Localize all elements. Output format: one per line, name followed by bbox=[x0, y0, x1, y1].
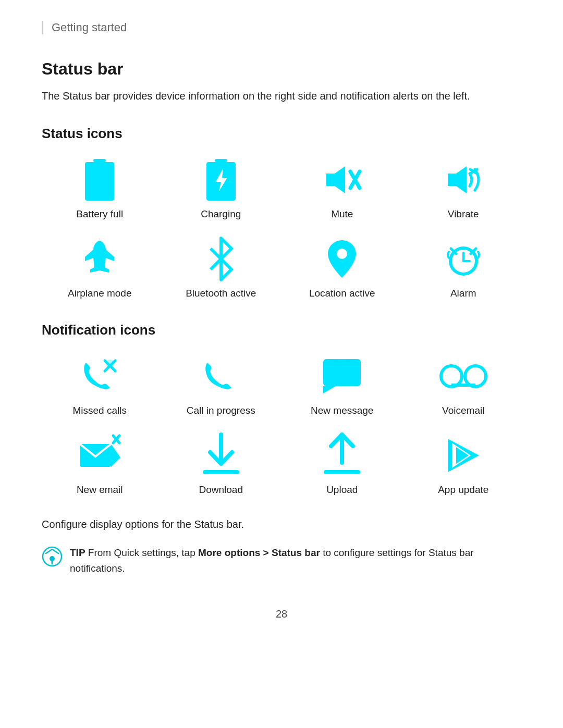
download-label: Download bbox=[199, 484, 243, 496]
charging-label: Charging bbox=[201, 208, 241, 220]
icon-download: Download bbox=[163, 432, 279, 496]
alarm-label: Alarm bbox=[450, 288, 476, 299]
new-message-icon bbox=[319, 353, 365, 400]
tip-bold: More options > Status bar bbox=[198, 547, 320, 558]
tip-icon bbox=[42, 546, 63, 567]
download-icon bbox=[198, 432, 244, 479]
location-icon bbox=[319, 236, 365, 282]
voicemail-label: Voicemail bbox=[442, 405, 484, 416]
svg-marker-5 bbox=[326, 166, 345, 193]
section-description: The Status bar provides device informati… bbox=[42, 88, 521, 104]
bluetooth-icon bbox=[198, 236, 244, 282]
alarm-icon bbox=[440, 236, 487, 282]
icon-new-email: New email bbox=[42, 432, 158, 496]
configure-text: Configure display options for the Status… bbox=[42, 519, 521, 530]
svg-line-38 bbox=[46, 549, 52, 553]
missed-calls-icon bbox=[76, 353, 123, 400]
icon-mute: Mute bbox=[284, 156, 400, 220]
svg-marker-27 bbox=[111, 444, 120, 467]
status-icons-heading: Status icons bbox=[42, 126, 521, 142]
breadcrumb: Getting started bbox=[42, 21, 521, 34]
notification-icons-grid: Missed calls Call in progress New messag… bbox=[42, 353, 521, 496]
svg-rect-2 bbox=[215, 159, 227, 162]
app-update-icon bbox=[440, 432, 487, 479]
new-message-label: New message bbox=[311, 405, 373, 416]
icon-upload: Upload bbox=[284, 432, 400, 496]
svg-marker-22 bbox=[323, 386, 336, 393]
vibrate-icon bbox=[440, 156, 487, 203]
icon-charging: Charging bbox=[163, 156, 279, 220]
airplane-icon bbox=[76, 236, 123, 282]
location-label: Location active bbox=[309, 288, 375, 299]
mute-label: Mute bbox=[331, 208, 353, 220]
new-email-label: New email bbox=[77, 484, 123, 496]
page-number: 28 bbox=[42, 608, 521, 620]
tip-prefix: TIP bbox=[70, 547, 85, 558]
charging-icon bbox=[198, 156, 244, 203]
icon-vibrate: Vibrate bbox=[406, 156, 522, 220]
call-progress-icon bbox=[198, 353, 244, 400]
page-title: Status bar bbox=[42, 59, 521, 79]
new-email-icon bbox=[76, 432, 123, 479]
icon-voicemail: Voicemail bbox=[406, 353, 522, 416]
app-update-label: App update bbox=[438, 484, 488, 496]
notification-icons-heading: Notification icons bbox=[42, 322, 521, 338]
svg-point-20 bbox=[106, 360, 114, 368]
icon-location: Location active bbox=[284, 236, 400, 299]
icon-battery-full: Battery full bbox=[42, 156, 158, 220]
upload-label: Upload bbox=[326, 484, 358, 496]
svg-rect-25 bbox=[451, 384, 475, 387]
battery-full-label: Battery full bbox=[76, 208, 123, 220]
svg-rect-21 bbox=[323, 359, 361, 386]
voicemail-icon bbox=[440, 353, 487, 400]
icon-missed-calls: Missed calls bbox=[42, 353, 158, 416]
svg-point-11 bbox=[337, 249, 347, 259]
icon-bluetooth: Bluetooth active bbox=[163, 236, 279, 299]
svg-rect-1 bbox=[85, 162, 114, 201]
icon-alarm: Alarm bbox=[406, 236, 522, 299]
tip-box: TIP From Quick settings, tap More option… bbox=[42, 545, 521, 577]
svg-rect-0 bbox=[93, 159, 106, 162]
icon-new-message: New message bbox=[284, 353, 400, 416]
vibrate-label: Vibrate bbox=[448, 208, 479, 220]
battery-full-icon bbox=[76, 156, 123, 203]
status-icons-grid: Battery full Charging Mute bbox=[42, 156, 521, 299]
svg-line-39 bbox=[52, 549, 58, 553]
icon-airplane: Airplane mode bbox=[42, 236, 158, 299]
tip-text: TIP From Quick settings, tap More option… bbox=[70, 545, 521, 577]
svg-marker-8 bbox=[448, 166, 467, 193]
call-progress-label: Call in progress bbox=[187, 405, 255, 416]
bluetooth-label: Bluetooth active bbox=[186, 288, 256, 299]
mute-icon bbox=[319, 156, 365, 203]
icon-call-progress: Call in progress bbox=[163, 353, 279, 416]
airplane-label: Airplane mode bbox=[68, 288, 132, 299]
icon-app-update: App update bbox=[406, 432, 522, 496]
missed-calls-label: Missed calls bbox=[73, 405, 127, 416]
upload-icon bbox=[319, 432, 365, 479]
